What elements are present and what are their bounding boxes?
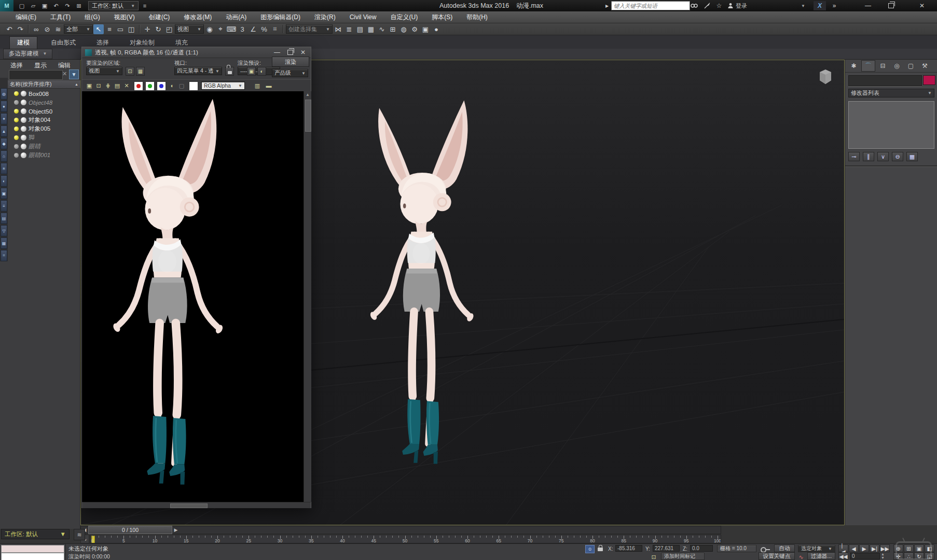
undo-icon[interactable]: ↶ (4, 24, 15, 34)
open-file-icon[interactable]: ▱ (28, 1, 38, 10)
rw-vertical-scrollbar[interactable]: ▲ (304, 91, 311, 502)
filter-spacewarps-icon[interactable]: ✳ (1, 163, 7, 174)
time-tag-icon[interactable]: ⊡ (650, 553, 658, 560)
select-object-icon[interactable]: ↖ (93, 24, 104, 34)
named-selection-sets-dropdown[interactable]: 创建选择集▼ (286, 24, 333, 34)
key-mode-toggle-icon[interactable]: ◀◀ (838, 552, 848, 560)
area-to-render-dropdown[interactable]: 视图▼ (86, 67, 122, 75)
qat-overflow-icon[interactable]: ≡ (140, 1, 150, 10)
explorer-filter-icon[interactable]: ▼ (69, 69, 79, 79)
explorer-menu-item[interactable]: 选择 (10, 61, 23, 70)
favorites-star-icon[interactable]: ☆ (714, 1, 724, 10)
utilities-tab-icon[interactable]: ⚒ (918, 61, 931, 71)
auto-key-button[interactable]: 自动 (774, 544, 795, 552)
object-color-swatch[interactable] (923, 75, 935, 85)
next-key-icon[interactable]: ▶ (172, 526, 180, 534)
go-to-start-icon[interactable]: |◀ (838, 544, 848, 552)
mirror-icon[interactable]: ⋈ (333, 24, 343, 34)
menu-item[interactable]: 编辑(E) (16, 13, 36, 22)
color-correction-icon[interactable]: ▥ (253, 81, 261, 90)
filter-all-icon[interactable]: ◍ (1, 88, 7, 100)
green-channel-icon[interactable] (145, 81, 155, 91)
selection-filter-dropdown[interactable]: 全部▼ (64, 24, 93, 34)
channel-display-dropdown[interactable]: RGB Alpha▼ (201, 81, 245, 90)
modify-tab-icon[interactable]: ⌒ (861, 60, 875, 72)
column-chooser-icon[interactable]: ▦ (1, 237, 7, 249)
visibility-bulb-icon[interactable] (14, 118, 19, 122)
display-layers-icon[interactable]: ▤ (1, 213, 7, 224)
z-coordinate-field[interactable]: 0.0 (690, 545, 713, 552)
time-slider-handle[interactable]: 0 / 100 (88, 526, 172, 534)
sign-in-person-icon[interactable] (725, 1, 736, 10)
filter-groups-icon[interactable]: ≡ (1, 200, 7, 212)
menu-item[interactable]: 自定义(U) (390, 13, 418, 22)
add-channels-icon[interactable]: ⋕ (104, 81, 112, 90)
clone-rendered-frame-icon[interactable]: ⊡ (94, 81, 103, 90)
key-target-dropdown[interactable]: 选定对象▼ (798, 545, 835, 552)
redo-icon[interactable]: ↷ (62, 1, 73, 10)
rendered-frame-window-icon[interactable]: ▣ (420, 24, 431, 34)
selection-region-icon[interactable]: ▭ (115, 24, 126, 34)
schematic-view-icon[interactable]: ⊞ (388, 24, 398, 34)
reference-coordinate-dropdown[interactable]: 视图▼ (175, 24, 204, 34)
add-time-tag[interactable]: 添加时间标记 (661, 553, 705, 560)
rw-maximize-button[interactable] (287, 50, 293, 55)
material-editor-icon[interactable]: ◍ (398, 24, 409, 34)
scroll-up-icon[interactable]: ▲ (306, 92, 310, 97)
minimize-button[interactable]: — (859, 0, 877, 11)
blue-channel-icon[interactable] (157, 81, 166, 91)
scene-object-row[interactable]: Box008 (8, 89, 80, 98)
rendered-frame-window[interactable]: 透视, 帧 0, RGBA 颜色 16 位/通道 (1:1) — ✕ 要渲染的区… (81, 47, 311, 508)
configure-modifier-sets-icon[interactable]: ▦ (906, 152, 918, 161)
keyboard-override-icon[interactable]: ⌨ (226, 24, 237, 34)
filter-cameras-icon[interactable]: ◆ (1, 138, 7, 149)
scene-object-row[interactable]: 对象005 (8, 124, 80, 133)
search-icon[interactable] (689, 1, 699, 10)
previous-frame-icon[interactable]: ◀ (849, 544, 859, 552)
key-filters-button[interactable]: 过滤器... (807, 552, 835, 560)
undo-icon[interactable]: ↶ (51, 1, 61, 10)
print-image-icon[interactable]: ▤ (113, 81, 121, 90)
visibility-bulb-icon[interactable] (14, 109, 19, 114)
scene-object-row[interactable]: 对象004 (8, 116, 80, 124)
rw-scroll-thumb[interactable] (305, 100, 311, 132)
sort-order-icon[interactable]: ▽ (1, 225, 7, 236)
isolate-layers-icon[interactable]: ≋ (74, 529, 85, 540)
layer-manager-icon[interactable]: ▤ (355, 24, 365, 34)
save-image-icon[interactable]: ▣ (85, 81, 93, 90)
bind-to-space-warp-icon[interactable]: ≋ (53, 24, 63, 34)
pin-stack-icon[interactable]: ⊸ (848, 152, 860, 161)
visibility-bulb-icon[interactable] (14, 153, 19, 158)
render-button[interactable]: 渲染 (272, 57, 309, 67)
find-icon[interactable]: ⌗ (1, 250, 7, 261)
new-scene-icon[interactable]: ▢ (17, 1, 27, 10)
select-by-name-icon[interactable]: ≡ (104, 24, 115, 34)
object-name-field[interactable] (848, 75, 922, 86)
toolbar-overflow-icon[interactable]: » (829, 1, 839, 10)
polygon-modeling-panel-button[interactable]: 多边形建模 ▼ (3, 49, 52, 59)
menu-item[interactable]: 工具(T) (50, 13, 71, 22)
scene-object-row[interactable]: 眼睛 (8, 142, 80, 151)
filter-geometry-icon[interactable]: ● (1, 101, 7, 112)
remove-modifier-icon[interactable]: ⊖ (892, 152, 903, 161)
selection-lock-icon[interactable] (598, 548, 603, 551)
monochrome-channel-icon[interactable]: ◐ (168, 81, 176, 90)
close-button[interactable]: ✕ (913, 0, 931, 11)
explorer-search-input[interactable] (9, 70, 63, 80)
modifier-list-dropdown[interactable]: 修改器列表▼ (848, 89, 934, 97)
current-frame-field[interactable]: 0 (850, 553, 880, 559)
search-input[interactable] (611, 1, 690, 10)
play-animation-icon[interactable]: ▶ (859, 544, 869, 552)
workspace-dropdown[interactable]: 工作区: 默认 ▼ (88, 1, 139, 10)
filter-lights-icon[interactable]: ▲ (1, 125, 7, 137)
edit-region-icon[interactable]: ⊡ (126, 67, 134, 76)
filter-bones-icon[interactable]: ◐ (1, 175, 7, 187)
next-frame-icon[interactable]: ▶| (870, 544, 879, 552)
background-color-swatch[interactable] (189, 81, 198, 91)
show-end-result-icon[interactable]: ∥ (863, 152, 874, 161)
menu-item[interactable]: 渲染(R) (314, 13, 336, 22)
go-to-end-icon[interactable]: ▶▶ (880, 544, 890, 552)
key-filters-curve-icon[interactable]: ∿ (797, 553, 805, 560)
explorer-menu-item[interactable]: 编辑 (58, 61, 71, 70)
menu-item[interactable]: 脚本(S) (432, 13, 452, 22)
